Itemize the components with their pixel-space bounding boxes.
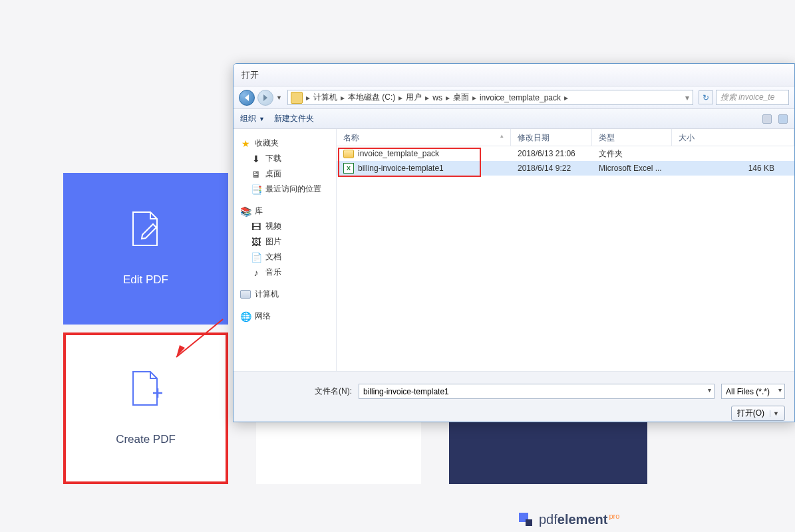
- column-size[interactable]: 大小: [672, 129, 794, 146]
- pdfelement-logo: pdfelementpro: [519, 512, 619, 527]
- breadcrumb-item[interactable]: 计算机: [312, 92, 339, 103]
- breadcrumb-bar[interactable]: ▸ 计算机▸ 本地磁盘 (C:)▸ 用户▸ ws▸ 桌面▸ invoice_te…: [287, 90, 693, 105]
- excel-icon: X: [343, 163, 354, 174]
- sidebar-network[interactable]: 🌐网络: [234, 309, 336, 324]
- new-folder-button[interactable]: 新建文件夹: [274, 113, 314, 124]
- dialog-toolbar: 组织 ▼ 新建文件夹: [234, 109, 794, 129]
- dialog-navbar: ▼ ▸ 计算机▸ 本地磁盘 (C:)▸ 用户▸ ws▸ 桌面▸ invoice_…: [234, 86, 794, 109]
- desktop-icon: 🖥: [251, 169, 261, 180]
- dialog-footer: 文件名(N): billing-invoice-template1 All Fi…: [234, 371, 794, 422]
- breadcrumb-item[interactable]: invoice_template_pack: [478, 93, 562, 102]
- column-name[interactable]: 名称 ▴: [337, 129, 511, 146]
- column-type[interactable]: 类型: [592, 129, 672, 146]
- dialog-title: 打开: [234, 64, 794, 86]
- tile-label: Edit PDF: [123, 273, 168, 287]
- sidebar-item-videos[interactable]: 🎞视频: [234, 219, 336, 234]
- music-icon: ♪: [251, 267, 261, 278]
- breadcrumb-item[interactable]: 本地磁盘 (C:): [347, 92, 397, 103]
- picture-icon: 🖼: [251, 237, 261, 247]
- open-file-dialog: 打开 ▼ ▸ 计算机▸ 本地磁盘 (C:)▸ 用户▸ ws▸ 桌面▸ invoi…: [233, 63, 795, 422]
- search-input[interactable]: 搜索 invoice_te: [716, 90, 789, 105]
- organize-button[interactable]: 组织 ▼: [240, 113, 265, 124]
- filename-input[interactable]: billing-invoice-template1: [359, 384, 715, 399]
- view-options-button[interactable]: [762, 114, 772, 124]
- video-icon: 🎞: [251, 221, 261, 232]
- breadcrumb-item[interactable]: ws: [431, 93, 444, 102]
- filename-label: 文件名(N):: [315, 386, 352, 397]
- filetype-select[interactable]: All Files (*.*): [721, 384, 785, 399]
- sidebar-item-documents[interactable]: 📄文档: [234, 249, 336, 265]
- folder-icon: [291, 92, 303, 104]
- sidebar-libraries-header[interactable]: 📚库: [234, 203, 336, 219]
- sidebar-item-music[interactable]: ♪音乐: [234, 265, 336, 280]
- create-pdf-icon: [129, 370, 162, 408]
- edit-pdf-icon: [129, 211, 162, 248]
- sidebar: ★收藏夹 ⬇下载 🖥桌面 📑最近访问的位置 📚库 🎞视频 🖼图片 📄文档 ♪音乐…: [234, 129, 337, 371]
- computer-icon: [240, 290, 251, 299]
- svg-rect-3: [526, 519, 532, 526]
- sidebar-item-recent[interactable]: 📑最近访问的位置: [234, 182, 336, 197]
- preview-pane-button[interactable]: [778, 114, 788, 124]
- recent-icon: 📑: [251, 184, 261, 195]
- refresh-button[interactable]: ↻: [699, 90, 713, 104]
- library-icon: 📚: [240, 206, 251, 217]
- file-list-header: 名称 ▴ 修改日期 类型 大小: [337, 129, 794, 146]
- open-button[interactable]: 打开(O)▼: [731, 406, 785, 421]
- sidebar-favorites-header[interactable]: ★收藏夹: [234, 136, 336, 151]
- sidebar-computer[interactable]: 计算机: [234, 287, 336, 302]
- star-icon: ★: [240, 138, 251, 149]
- file-row-selected[interactable]: Xbilling-invoice-template1 2018/6/14 9:2…: [337, 161, 794, 176]
- network-icon: 🌐: [240, 311, 251, 322]
- tile-create-pdf[interactable]: Create PDF: [63, 332, 228, 484]
- folder-icon: [343, 150, 354, 158]
- sidebar-item-pictures[interactable]: 🖼图片: [234, 234, 336, 249]
- nav-history-dropdown[interactable]: ▼: [276, 94, 282, 101]
- tile-edit-pdf[interactable]: Edit PDF: [63, 173, 228, 325]
- file-list: 名称 ▴ 修改日期 类型 大小 invoice_template_pack 20…: [337, 129, 794, 371]
- nav-forward-button[interactable]: [257, 90, 273, 106]
- tile-label: Create PDF: [116, 433, 176, 446]
- document-icon: 📄: [251, 252, 261, 263]
- breadcrumb-item[interactable]: 桌面: [452, 92, 470, 103]
- column-date[interactable]: 修改日期: [511, 129, 592, 146]
- file-row[interactable]: invoice_template_pack 2018/6/13 21:06 文件…: [337, 146, 794, 161]
- sidebar-item-desktop[interactable]: 🖥桌面: [234, 166, 336, 182]
- breadcrumb-item[interactable]: 用户: [404, 92, 423, 103]
- download-icon: ⬇: [251, 154, 261, 164]
- nav-back-button[interactable]: [239, 90, 255, 106]
- sidebar-item-downloads[interactable]: ⬇下载: [234, 151, 336, 166]
- open-button-dropdown[interactable]: ▼: [770, 410, 779, 417]
